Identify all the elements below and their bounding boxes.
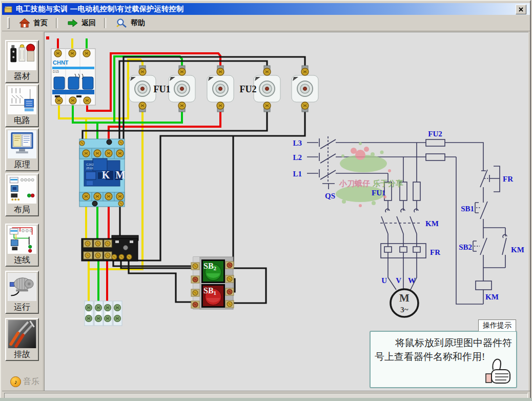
fr-thermal-symbol[interactable] xyxy=(489,166,500,192)
back-button[interactable]: 返回 xyxy=(62,17,101,29)
contactor-terminal xyxy=(94,150,101,157)
relay-dial[interactable] xyxy=(124,246,128,250)
breaker-terminal xyxy=(55,97,63,104)
relay-aux-terminal xyxy=(119,254,124,259)
home-button[interactable]: 首页 xyxy=(14,16,53,29)
breaker-toggle[interactable] xyxy=(68,77,79,89)
relay-terminal xyxy=(85,253,90,258)
layout-thumbnail-icon xyxy=(8,175,36,204)
relay-terminal xyxy=(105,253,110,258)
label-l1: L1 xyxy=(293,170,302,178)
fu2-fuse-symbol[interactable] xyxy=(426,139,445,146)
fuse-holder-fu2-b[interactable] xyxy=(292,66,318,112)
fuse-holder-fu2-a[interactable] xyxy=(254,66,280,112)
watermark-text-2: 乐于分享 xyxy=(372,179,403,188)
label-l3: L3 xyxy=(293,139,302,147)
fr-nc-contact[interactable] xyxy=(480,170,487,187)
contactor-dark-screw xyxy=(107,139,112,145)
relay-aux-terminal xyxy=(127,254,132,259)
motor-phase-label: 3~ xyxy=(400,306,408,314)
close-icon xyxy=(519,7,523,12)
wire-black-sb2-up xyxy=(230,136,233,265)
motor-m-label: M xyxy=(399,292,410,304)
contactor-terminal xyxy=(83,150,90,157)
sidebar: 器材 电路 xyxy=(3,32,44,391)
sidebar-item-equipment[interactable]: 器材 xyxy=(5,40,39,83)
station-terminal xyxy=(227,263,232,268)
km-coil-symbol[interactable] xyxy=(476,281,492,290)
km-aux-blade[interactable] xyxy=(502,238,506,255)
circuit-breaker[interactable]: CHNT DZ47-60 D15 xyxy=(51,49,95,105)
breaker-toggle[interactable] xyxy=(83,77,93,89)
sidebar-item-wiring[interactable]: 连线 xyxy=(5,224,39,267)
schematic-drops3 xyxy=(388,234,417,244)
label-fu1: FU1 xyxy=(372,189,386,197)
sidebar-item-troubleshoot[interactable]: 排故 xyxy=(5,318,39,361)
fu1-fuse-symbol[interactable] xyxy=(413,182,420,200)
relay-mark xyxy=(130,240,133,243)
sidebar-item-label: 排故 xyxy=(14,349,30,360)
breaker-terminal xyxy=(83,50,90,57)
label-km-main: KM xyxy=(425,219,439,228)
breaker-toggle[interactable] xyxy=(54,77,65,89)
contactor-terminal xyxy=(105,193,112,200)
relay-terminal xyxy=(95,241,100,246)
contactor-terminal xyxy=(83,193,90,200)
sidebar-item-label: 原理 xyxy=(14,159,30,170)
fu1-group-label: FU1 xyxy=(154,84,171,94)
label-sb1: SB1 xyxy=(461,205,474,213)
music-note-icon: ♪ xyxy=(10,376,21,387)
contactor-km[interactable]: CJX2 2510 K M xyxy=(79,139,127,207)
breaker-terminal xyxy=(69,50,76,57)
fr-heater-1 xyxy=(384,244,392,258)
relay-terminal xyxy=(95,253,100,258)
schematic-l3-line[interactable] xyxy=(307,138,483,171)
terminal-block[interactable] xyxy=(85,301,122,326)
fuse-holder-fu1-c[interactable] xyxy=(207,66,234,112)
thermal-relay[interactable] xyxy=(81,235,138,261)
main-canvas: CHNT DZ47-60 D15 FU1 FU xyxy=(44,32,528,392)
station-terminal xyxy=(227,302,232,307)
sidebar-item-layout[interactable]: 布局 xyxy=(5,173,39,216)
breaker-brand: CHNT xyxy=(53,59,69,66)
title-bar: 电工技能与实训 —电动机控制\有过载保护运转控制 xyxy=(2,3,530,15)
km-contact-blades[interactable] xyxy=(381,216,417,234)
label-sb2: SB2 xyxy=(459,243,472,251)
breaker-bar xyxy=(52,90,94,94)
schematic-lines xyxy=(307,136,507,304)
sb2-no-blade[interactable] xyxy=(480,238,487,255)
fu2-fuse-symbol[interactable] xyxy=(426,154,445,161)
label-w: W xyxy=(408,276,416,285)
status-bar xyxy=(2,391,530,398)
close-button[interactable] xyxy=(516,5,526,14)
breaker-terminal xyxy=(54,50,62,57)
motor-symbol[interactable]: M 3~ xyxy=(391,289,418,317)
sidebar-item-circuit[interactable]: 电路 xyxy=(5,84,39,127)
contactor-corner-screw xyxy=(118,201,124,206)
tip-box: 将鼠标放到原理图中器件符 号上查看器件名称和作用! xyxy=(370,331,517,388)
contactor-terminal xyxy=(116,193,124,200)
help-label: 帮助 xyxy=(131,18,145,28)
sidebar-item-label: 连线 xyxy=(14,255,30,266)
contactor-dark-screw xyxy=(92,201,97,206)
qs-base[interactable] xyxy=(322,184,335,189)
wire-black-relay-sb1-left xyxy=(129,258,194,302)
ctrl-junction-bottom xyxy=(483,255,505,268)
fuse-holder-fu1-b[interactable] xyxy=(169,66,195,112)
fuse-holder-fu1-a[interactable] xyxy=(129,66,156,112)
sidebar-item-run[interactable]: 运行 xyxy=(5,271,39,314)
music-toggle[interactable]: ♪ 音乐 xyxy=(10,376,39,387)
label-u: U xyxy=(381,276,387,285)
breaker-terminal xyxy=(84,97,91,104)
sb1-nc-blade[interactable] xyxy=(480,202,487,219)
tip-tab[interactable]: 操作提示 xyxy=(478,319,516,331)
toolbar-grip[interactable] xyxy=(7,17,10,29)
wiring-thumbnail-icon xyxy=(8,226,36,254)
help-button[interactable]: 帮助 xyxy=(110,16,150,30)
toolbar-separator xyxy=(56,18,58,28)
sidebar-item-principle[interactable]: 原理 xyxy=(5,128,39,171)
button-station[interactable]: SB2 SB1 xyxy=(191,257,234,309)
breaker-stripe xyxy=(52,67,94,69)
breaker-terminal xyxy=(69,97,76,104)
watermark: 小刀蛾仔 乐于分享 xyxy=(336,142,403,207)
